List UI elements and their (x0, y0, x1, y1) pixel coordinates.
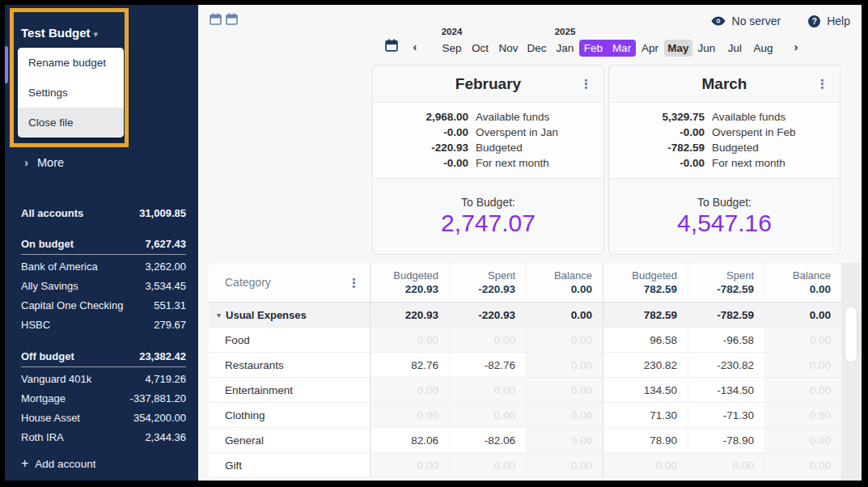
menu-item-settings[interactable]: Settings (18, 78, 124, 108)
calendar-icon[interactable] (226, 13, 238, 25)
calendar-icon[interactable] (210, 13, 222, 25)
cell-spent[interactable]: -96.58 (688, 328, 764, 352)
month-may-current[interactable]: May (664, 40, 692, 57)
cell-spent[interactable]: -82.06 (449, 428, 526, 452)
to-budget-amount[interactable]: 2,747.07 (373, 210, 603, 237)
category-name[interactable]: Food (209, 328, 370, 352)
cell-budgeted[interactable]: 82.76 (370, 353, 449, 377)
month-apr[interactable]: Apr (636, 40, 664, 57)
month-dec[interactable]: Dec (523, 40, 551, 57)
month-mar-selected[interactable]: Mar (608, 40, 636, 57)
cell-budgeted[interactable]: 96.58 (603, 328, 688, 352)
scrollbar-track[interactable] (841, 263, 862, 481)
help-button[interactable]: ? Help (808, 15, 850, 28)
month-jun[interactable]: Jun (692, 40, 721, 57)
account-row-mortgage[interactable]: Mortgage -337,881.20 (5, 388, 198, 408)
month-jan[interactable]: Jan (551, 40, 579, 57)
cell-budgeted[interactable]: 134.50 (603, 378, 688, 402)
cell-balance[interactable]: 0.00 (764, 303, 841, 327)
cell-spent[interactable]: -782.59 (688, 303, 764, 327)
cell-balance[interactable]: 0.00 (764, 353, 841, 377)
month-feb-selected[interactable]: Feb (579, 40, 608, 57)
menu-item-rename-budget[interactable]: Rename budget (18, 48, 124, 78)
cell-budgeted[interactable]: 0.00 (370, 403, 449, 427)
cell-balance[interactable]: 0.00 (764, 403, 841, 427)
cell-budgeted[interactable]: 71.30 (603, 403, 688, 427)
account-row-vanguard-401k[interactable]: Vanguard 401k 4,719.26 (5, 369, 198, 388)
account-row-hsbc[interactable]: HSBC 279.67 (5, 315, 198, 334)
server-status-button[interactable]: No server (711, 15, 781, 28)
category-name[interactable]: Entertainment (209, 378, 370, 402)
sidebar-more-toggle[interactable]: › More (24, 155, 64, 169)
add-account-button[interactable]: + Add account (21, 456, 95, 471)
cell-spent[interactable]: -220.93 (449, 303, 526, 327)
budget-name-button[interactable]: Test Budget▾ (21, 26, 98, 40)
cell-spent[interactable]: -78.90 (688, 428, 764, 452)
off-budget-row[interactable]: Off budget 23,382.42 (5, 345, 198, 366)
cell-balance[interactable]: 0.00 (526, 303, 603, 327)
header-mar-spent[interactable]: Spent-782.59 (688, 263, 764, 302)
cell-spent[interactable]: -82.76 (449, 353, 526, 377)
month-oct[interactable]: Oct (466, 40, 494, 57)
cell-spent[interactable]: 0.00 (688, 453, 764, 477)
kebab-menu-icon[interactable]: ⋮ (816, 78, 828, 90)
cell-balance[interactable]: 0.00 (526, 428, 603, 452)
cell-balance[interactable]: 0.00 (526, 353, 603, 377)
cell-budgeted[interactable]: 82.06 (370, 428, 449, 452)
next-month-button[interactable]: › (790, 40, 802, 53)
month-nov[interactable]: Nov (494, 40, 523, 57)
cell-balance[interactable]: 0.00 (526, 403, 603, 427)
prev-month-button[interactable]: ‹ (409, 40, 421, 53)
month-jul[interactable]: Jul (721, 40, 749, 57)
cell-budgeted[interactable]: 230.82 (603, 353, 688, 377)
account-row-bank-of-america[interactable]: Bank of America 3,262.00 (5, 256, 198, 276)
cell-budgeted[interactable]: 0.00 (370, 453, 449, 477)
account-row-roth-ira[interactable]: Roth IRA 2,344.36 (5, 427, 198, 447)
all-accounts-value: 31,009.85 (139, 207, 186, 219)
cell-budgeted[interactable]: 0.00 (370, 328, 449, 352)
caret-down-icon: ▾ (94, 29, 99, 39)
header-feb-budgeted[interactable]: Budgeted220.93 (370, 263, 449, 302)
cell-spent[interactable]: -71.30 (688, 403, 764, 427)
cell-budgeted[interactable]: 78.90 (603, 428, 688, 452)
header-mar-budgeted[interactable]: Budgeted782.59 (603, 263, 688, 302)
cell-spent[interactable]: 0.00 (449, 453, 526, 477)
cell-budgeted[interactable]: 0.00 (603, 453, 688, 477)
cell-spent[interactable]: 0.00 (449, 328, 526, 352)
category-name[interactable]: Gift (209, 453, 370, 477)
on-budget-row[interactable]: On budget 7,627.43 (5, 233, 198, 254)
category-name[interactable]: Clothing (209, 403, 370, 427)
month-aug[interactable]: Aug (749, 40, 777, 57)
category-name[interactable]: Restaurants (209, 353, 370, 377)
menu-item-close-file[interactable]: Close file (18, 108, 124, 138)
header-feb-spent[interactable]: Spent-220.93 (449, 263, 526, 302)
account-row-capital-one-checking[interactable]: Capital One Checking 551.31 (5, 295, 198, 315)
cell-spent[interactable]: -134.50 (688, 378, 764, 402)
cell-spent[interactable]: 0.00 (449, 403, 526, 427)
month-sep[interactable]: Sep (438, 40, 466, 57)
kebab-menu-icon[interactable]: ⋮ (348, 277, 360, 289)
to-budget-amount[interactable]: 4,547.16 (609, 210, 840, 237)
category-group-toggle[interactable]: ▾Usual Expenses (209, 303, 370, 327)
cell-spent[interactable]: 0.00 (449, 378, 526, 402)
cell-spent[interactable]: -230.82 (688, 353, 764, 377)
cell-balance[interactable]: 0.00 (764, 453, 841, 477)
account-row-ally-savings[interactable]: Ally Savings 3,534.45 (5, 276, 198, 295)
calendar-icon[interactable] (385, 39, 398, 52)
cell-balance[interactable]: 0.00 (526, 328, 603, 352)
header-feb-balance[interactable]: Balance0.00 (526, 263, 603, 302)
cell-balance[interactable]: 0.00 (526, 378, 603, 402)
cell-balance[interactable]: 0.00 (764, 428, 841, 452)
cell-budgeted[interactable]: 782.59 (603, 303, 688, 327)
scrollbar-thumb[interactable] (845, 307, 857, 362)
account-row-house-asset[interactable]: House Asset 354,200.00 (5, 408, 198, 427)
category-name[interactable]: General (209, 428, 370, 452)
cell-budgeted[interactable]: 0.00 (370, 378, 449, 402)
cell-balance[interactable]: 0.00 (764, 378, 841, 402)
header-mar-balance[interactable]: Balance0.00 (764, 263, 841, 302)
cell-balance[interactable]: 0.00 (526, 453, 603, 477)
cell-budgeted[interactable]: 220.93 (370, 303, 449, 327)
kebab-menu-icon[interactable]: ⋮ (580, 78, 592, 90)
all-accounts-row[interactable]: All accounts 31,009.85 (5, 202, 198, 223)
cell-balance[interactable]: 0.00 (764, 328, 841, 352)
